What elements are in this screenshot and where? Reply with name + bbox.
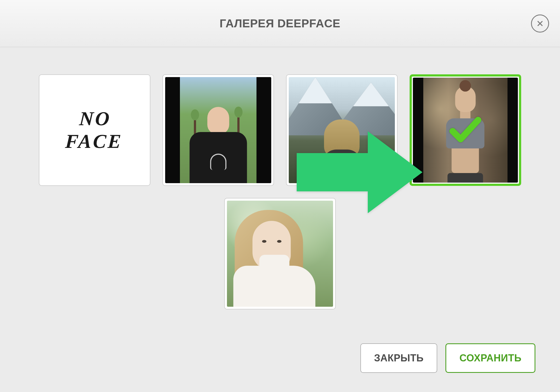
close-icon bbox=[536, 20, 544, 27]
gallery-item-man-park[interactable] bbox=[162, 74, 274, 186]
modal-header: ГАЛЕРЕЯ DEEPFACE bbox=[0, 0, 560, 47]
modal-body: NO FACE bbox=[0, 47, 560, 335]
gallery-thumb-woman-blonde-park bbox=[227, 201, 333, 307]
gallery-item-woman-blonde-park[interactable] bbox=[224, 198, 336, 309]
no-face-text: NO FACE bbox=[65, 107, 124, 153]
gallery-item-no-face[interactable]: NO FACE bbox=[39, 74, 150, 186]
gallery-item-woman-gym[interactable] bbox=[410, 74, 521, 186]
selected-check-icon bbox=[446, 110, 485, 150]
gallery-thumb-woman-gym bbox=[413, 78, 518, 183]
gallery-grid: NO FACE bbox=[38, 74, 522, 309]
gallery-modal: ГАЛЕРЕЯ DEEPFACE NO FACE bbox=[0, 0, 560, 392]
gallery-thumb-woman-mountains bbox=[289, 77, 395, 183]
gallery-thumb-man-park bbox=[165, 77, 271, 183]
gallery-item-woman-mountains[interactable] bbox=[286, 74, 398, 186]
gallery-thumb-no-face: NO FACE bbox=[42, 77, 148, 183]
modal-footer: ЗАКРЫТЬ СОХРАНИТЬ bbox=[0, 335, 560, 392]
close-button[interactable] bbox=[531, 14, 549, 33]
save-button[interactable]: СОХРАНИТЬ bbox=[445, 343, 535, 373]
modal-title: ГАЛЕРЕЯ DEEPFACE bbox=[220, 17, 340, 30]
cancel-button[interactable]: ЗАКРЫТЬ bbox=[360, 343, 437, 373]
